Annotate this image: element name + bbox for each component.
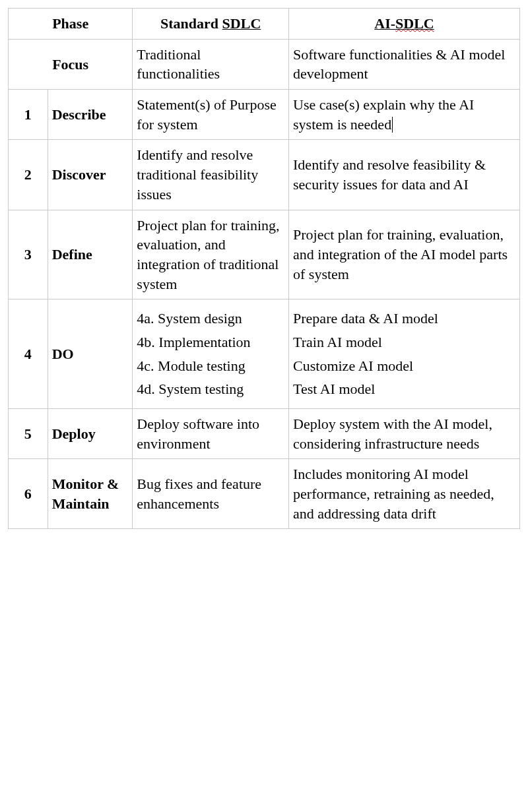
do-std-line: 4d. System testing [137,379,284,399]
header-phase: Phase [9,9,133,40]
row-ai: Project plan for training, evaluation, a… [289,210,520,299]
table-row: 2 Discover Identify and resolve traditio… [9,140,520,210]
table-row: 5 Deploy Deploy software into environmen… [9,409,520,459]
row-name: DO [48,299,133,409]
row-ai: Deploy system with the AI model, conside… [289,409,520,459]
header-ai-sdlc: AI-SDLC [289,9,520,40]
row-name: Define [48,210,133,299]
row-std: Bug fixes and feature enhancements [133,459,289,529]
row-ai: Identify and resolve feasibility & secur… [289,140,520,210]
header-ai-full: AI-SDLC [374,15,434,32]
table-header-row: Phase Standard SDLC AI-SDLC [9,9,520,40]
row-num: 5 [9,409,48,459]
table-row: 6 Monitor & Maintain Bug fixes and featu… [9,459,520,529]
row-std: Deploy software into environment [133,409,289,459]
table-row: 3 Define Project plan for training, eval… [9,210,520,299]
table-row: 1 Describe Statement(s) of Purpose for s… [9,90,520,140]
row-name: Monitor & Maintain [48,459,133,529]
row-ai: Includes monitoring AI model performance… [289,459,520,529]
do-std-line: 4b. Implementation [137,332,284,352]
focus-std: Traditional functionalities [133,39,289,89]
do-ai-line: Prepare data & AI model [293,309,515,328]
table-row: 4 DO 4a. System design 4b. Implementatio… [9,299,520,409]
row-num: 3 [9,210,48,299]
header-standard-sdlc: Standard SDLC [133,9,289,40]
row-std: Identify and resolve traditional feasibi… [133,140,289,210]
do-std-line: 4c. Module testing [137,356,284,376]
row-ai-multiline: Prepare data & AI model Train AI model C… [289,299,520,409]
row-num: 2 [9,140,48,210]
header-ai-prefix: AI- [374,15,395,32]
header-ai-acronym: SDLC [395,15,434,32]
row-ai-text: Use case(s) explain why the AI system is… [293,96,474,133]
header-std-prefix: Standard [160,15,222,32]
row-num: 1 [9,90,48,140]
focus-label: Focus [9,39,133,89]
do-ai-line: Train AI model [293,332,515,352]
row-name: Describe [48,90,133,140]
header-std-acronym: SDLC [222,15,261,32]
row-std-multiline: 4a. System design 4b. Implementation 4c.… [133,299,289,409]
sdlc-comparison-table: Phase Standard SDLC AI-SDLC Focus Tradit… [8,8,520,529]
focus-ai: Software functionalities & AI model deve… [289,39,520,89]
row-num: 4 [9,299,48,409]
row-num: 6 [9,459,48,529]
focus-row: Focus Traditional functionalities Softwa… [9,39,520,89]
row-std: Statement(s) of Purpose for system [133,90,289,140]
row-name: Discover [48,140,133,210]
row-name: Deploy [48,409,133,459]
row-ai: Use case(s) explain why the AI system is… [289,90,520,140]
do-ai-line: Customize AI model [293,356,515,376]
do-ai-line: Test AI model [293,379,515,399]
do-std-line: 4a. System design [137,309,284,328]
row-std: Project plan for training, evaluation, a… [133,210,289,299]
